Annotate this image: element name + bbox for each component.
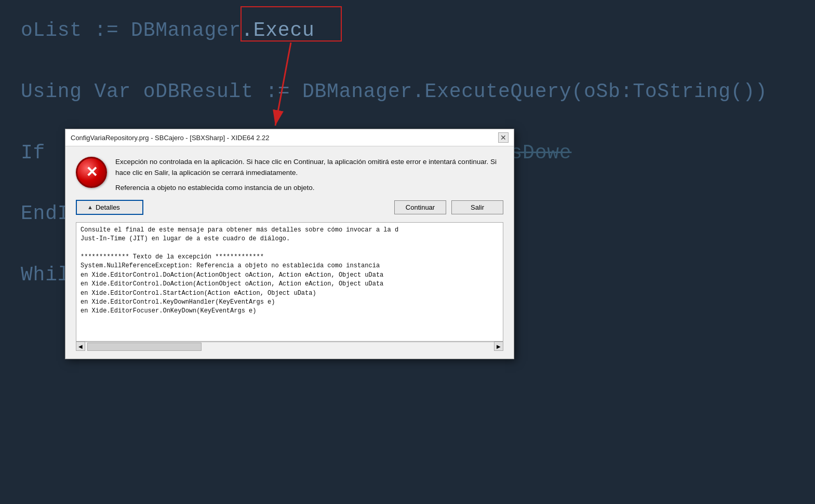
dialog-titlebar: ConfigVariaRepository.prg - SBCajero - […: [65, 129, 514, 146]
error-icon: ✕: [76, 157, 107, 188]
horizontal-scrollbar[interactable]: ◀ ▶: [76, 342, 503, 351]
dialog-title: ConfigVariaRepository.prg - SBCajero - […: [71, 134, 498, 142]
detalles-label: Detalles: [96, 203, 120, 211]
code-line-2: [21, 46, 794, 77]
scroll-thumb[interactable]: [87, 343, 202, 351]
continuar-button[interactable]: Continuar: [394, 200, 446, 214]
dialog-close-button[interactable]: ✕: [498, 132, 509, 143]
close-icon: ✕: [500, 133, 506, 142]
dialog-buttons-row: ▲ Detalles Continuar Salir: [76, 200, 503, 215]
code-line-3: Using Var oDBResult := DBManager.Execute…: [21, 77, 794, 107]
detalles-button[interactable]: ▲ Detalles: [76, 200, 143, 215]
dialog-secondary-message: Referencia a objeto no establecida como …: [115, 184, 503, 192]
dialog-main-message: Excepción no controlada en la aplicación…: [115, 157, 503, 179]
salir-button[interactable]: Salir: [451, 200, 503, 214]
details-text-area[interactable]: Consulte el final de este mensaje para o…: [76, 222, 503, 342]
scroll-right-button[interactable]: ▶: [494, 342, 503, 351]
error-x-symbol: ✕: [86, 165, 98, 180]
dialog-message-area: ✕ Excepción no controlada en la aplicaci…: [76, 157, 503, 192]
code-line-1: oList := DBManager.Execu: [21, 16, 794, 46]
scroll-left-button[interactable]: ◀: [76, 342, 85, 351]
dialog-body: ✕ Excepción no controlada en la aplicaci…: [65, 146, 514, 359]
scroll-track[interactable]: [85, 342, 494, 351]
triangle-icon: ▲: [87, 204, 93, 210]
error-dialog: ConfigVariaRepository.prg - SBCajero - […: [65, 129, 514, 359]
annotation-box: [241, 6, 342, 42]
dialog-message-text-container: Excepción no controlada en la aplicación…: [115, 157, 503, 192]
